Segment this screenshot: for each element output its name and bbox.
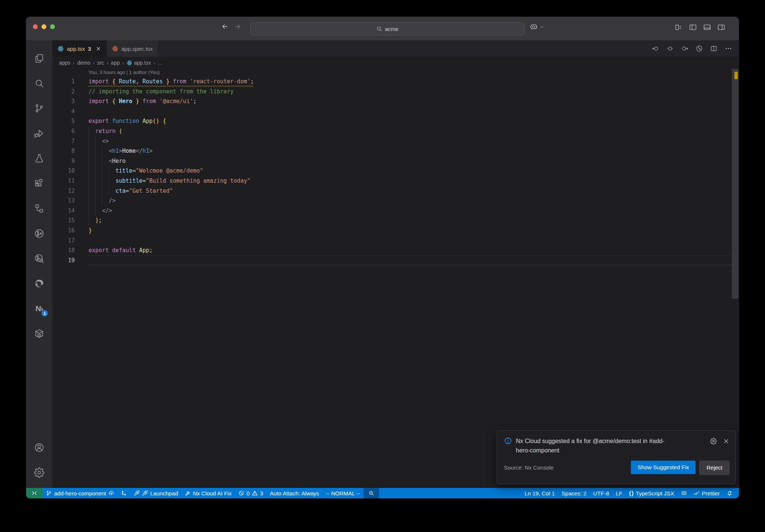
toggle-primary-sidebar-button[interactable] <box>689 23 697 31</box>
status-problems[interactable]: 03 <box>235 488 267 498</box>
status-auto-attach[interactable]: Auto Attach: Always <box>267 488 323 498</box>
navigate-back-button[interactable] <box>221 23 229 30</box>
sidebar-item-gitlens[interactable] <box>30 246 48 271</box>
activity-bar: N›1 <box>26 40 52 488</box>
customize-layout-button[interactable] <box>675 23 683 31</box>
tab-app-spec-tsx[interactable]: app.spec.tsx <box>107 40 158 57</box>
notification-settings-gear-icon[interactable] <box>710 438 717 445</box>
toggle-secondary-sidebar-button[interactable] <box>717 23 725 31</box>
indent-guide <box>95 186 96 196</box>
run-graph-action-button[interactable] <box>696 45 703 52</box>
scrollbar-thumb[interactable] <box>732 69 738 299</box>
open-previous-change-button[interactable] <box>652 45 659 52</box>
editor-scrollbar[interactable] <box>731 69 739 488</box>
code-line[interactable]: 10 title="Welcmoe @acme/demo" <box>52 166 731 176</box>
status-zoom-indicator[interactable] <box>363 488 379 498</box>
status-bar: add-hero-componentLaunchpadNx Cloud AI F… <box>26 488 739 498</box>
code-line-content <box>89 256 731 266</box>
indent-guide <box>95 156 96 166</box>
code-line[interactable]: 16} <box>52 226 731 236</box>
status-indentation[interactable]: Spaces: 2 <box>558 488 590 498</box>
status-cursor-position[interactable]: Ln 19, Col 1 <box>521 488 558 498</box>
sidebar-item-edge-devtools[interactable] <box>30 271 48 296</box>
breadcrumb-separator: › <box>154 60 155 66</box>
code-line[interactable]: 19 <box>52 256 731 266</box>
tab-app-tsx[interactable]: app.tsx3 <box>52 40 107 57</box>
sidebar-item-extensions[interactable] <box>30 171 48 196</box>
code-editor[interactable]: You, 3 hours ago | 1 author (You) 1impor… <box>52 69 739 488</box>
sidebar-item-manage-settings[interactable] <box>30 460 48 485</box>
sidebar-item-testing[interactable] <box>30 146 48 171</box>
code-line[interactable]: 7 <> <box>52 136 731 146</box>
indent-guide <box>109 186 109 196</box>
sidebar-item-nx-console[interactable]: N›1 <box>30 296 48 321</box>
status-notifications-bell[interactable] <box>723 488 736 498</box>
breadcrumb-item-demo[interactable]: demo <box>77 60 90 66</box>
indent-guide <box>89 186 89 196</box>
status-eol[interactable]: LF <box>613 488 626 498</box>
status-copilot-status[interactable] <box>678 488 690 498</box>
account-icon <box>34 442 44 453</box>
copilot-menu[interactable] <box>530 23 545 31</box>
sidebar-item-project-references[interactable] <box>30 196 48 221</box>
code-line[interactable]: 14 </> <box>52 206 731 216</box>
zoom-window-button[interactable] <box>50 24 55 29</box>
sidebar-item-containers[interactable] <box>30 321 48 346</box>
code-line[interactable]: 15 ); <box>52 216 731 226</box>
command-center-search[interactable]: acme <box>250 22 524 35</box>
status-language-mode[interactable]: { }TypeScript JSX <box>626 488 678 498</box>
sidebar-item-search[interactable] <box>30 71 48 96</box>
tab-close-icon[interactable] <box>96 46 101 52</box>
code-line[interactable]: 11 subtitle="Build something amazing tod… <box>52 176 731 186</box>
sidebar-item-run-and-debug[interactable] <box>30 121 48 146</box>
navigate-forward-button[interactable] <box>234 23 241 30</box>
code-line[interactable]: 2// importing the component from the lib… <box>52 87 731 97</box>
breadcrumb-item-app-tsx[interactable]: app.tsx <box>127 60 151 66</box>
status-nx-cloud-ai-fix[interactable]: Nx Cloud AI Fix <box>182 488 235 498</box>
code-line-content: title="Welcmoe @acme/demo" <box>89 166 731 176</box>
references-icon <box>34 203 44 214</box>
sidebar-item-accounts[interactable] <box>30 435 48 460</box>
code-line[interactable]: 8 <h1>Home</h1> <box>52 146 731 156</box>
warning-icon <box>252 490 258 496</box>
status-git-branch[interactable]: add-hero-component <box>43 488 118 498</box>
zoom-out-icon <box>368 490 374 496</box>
indent-guide <box>95 166 96 176</box>
breadcrumb-item-apps[interactable]: apps <box>59 60 70 66</box>
code-line[interactable]: 18export default App; <box>52 245 731 256</box>
more-actions-button[interactable] <box>725 45 732 52</box>
minimize-window-button[interactable] <box>41 24 46 29</box>
status-encoding[interactable]: UTF-8 <box>590 488 613 498</box>
code-line[interactable]: 12 cta="Get Started" <box>52 186 731 196</box>
breadcrumb-item--[interactable]: … <box>158 60 163 66</box>
split-editor-button[interactable] <box>710 45 718 52</box>
sidebar-item-source-control[interactable] <box>30 96 48 121</box>
toggle-panel-button[interactable] <box>703 23 711 31</box>
close-window-button[interactable] <box>33 24 38 29</box>
show-suggested-fix-button[interactable]: Show Suggested Fix <box>631 461 696 474</box>
line-number: 19 <box>52 256 75 266</box>
code-line[interactable]: 5export function App() { <box>52 116 731 126</box>
sidebar-item-git-graph[interactable] <box>30 221 48 246</box>
reject-button[interactable]: Reject <box>699 461 730 475</box>
breadcrumb-item-app[interactable]: app <box>111 60 120 66</box>
code-line[interactable]: 3import { Hero } from '@acme/ui'; <box>52 96 731 106</box>
status-vim-mode[interactable]: -- NORMAL -- <box>322 488 363 498</box>
code-line[interactable]: 1import { Route, Routes } from 'react-ro… <box>52 77 731 87</box>
open-next-change-button[interactable] <box>681 45 688 52</box>
sidebar-item-explorer[interactable] <box>30 46 48 71</box>
status-git-graph[interactable] <box>118 488 130 498</box>
status-gitlens-launchpad[interactable]: Launchpad <box>130 488 181 498</box>
code-line[interactable]: 13 /> <box>52 196 731 206</box>
breadcrumb-item-src[interactable]: src <box>97 60 104 66</box>
code-line[interactable]: 4 <box>52 106 731 117</box>
files-icon <box>34 53 44 64</box>
wrench-icon <box>185 490 191 496</box>
code-line[interactable]: 6 return ( <box>52 126 731 136</box>
status-remote-indicator[interactable] <box>26 488 43 498</box>
code-line[interactable]: 17 <box>52 236 731 246</box>
status-formatter-prettier[interactable]: Prettier <box>690 488 723 498</box>
code-line[interactable]: 9 <Hero <box>52 156 731 166</box>
open-change-button[interactable] <box>666 45 674 52</box>
notification-close-icon[interactable] <box>723 438 730 445</box>
